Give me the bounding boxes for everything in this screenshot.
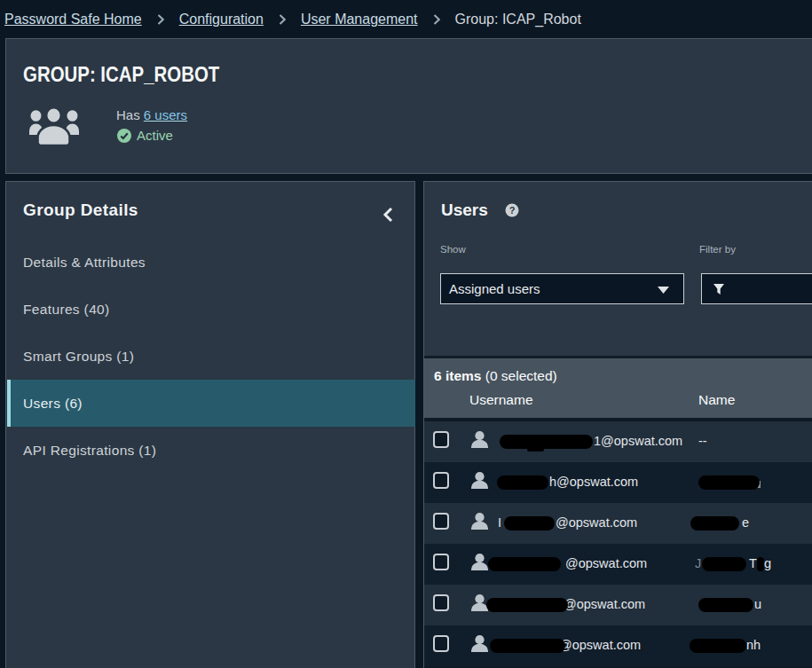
svg-text:?: ? bbox=[509, 205, 516, 216]
